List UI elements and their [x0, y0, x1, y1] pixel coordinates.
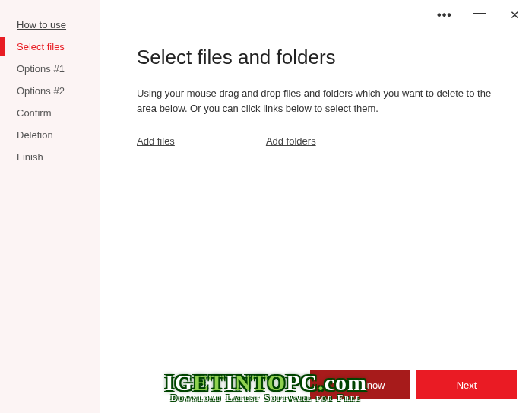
footer-buttons: Delete now Next [310, 370, 517, 399]
more-icon: ••• [437, 8, 452, 22]
add-folders-link[interactable]: Add folders [266, 135, 316, 147]
action-links-row: Add files Add folders [137, 135, 502, 147]
sidebar-item-options-1[interactable]: Options #1 [0, 58, 100, 80]
sidebar-item-select-files[interactable]: Select files [0, 36, 100, 58]
sidebar-item-deletion[interactable]: Deletion [0, 124, 100, 146]
sidebar-item-how-to-use[interactable]: How to use [0, 14, 100, 36]
more-button[interactable]: ••• [427, 3, 462, 27]
minimize-icon: — [473, 5, 486, 21]
instructions-text: Using your mouse drag and drop files and… [137, 86, 502, 116]
page-title: Select files and folders [137, 46, 502, 69]
delete-now-button[interactable]: Delete now [310, 370, 410, 399]
content-area: Select files and folders Using your mous… [100, 30, 532, 147]
sidebar: How to use Select files Options #1 Optio… [0, 0, 100, 413]
titlebar: ••• — ✕ [100, 0, 532, 30]
sidebar-item-options-2[interactable]: Options #2 [0, 80, 100, 102]
sidebar-item-confirm[interactable]: Confirm [0, 102, 100, 124]
close-button[interactable]: ✕ [497, 3, 532, 27]
sidebar-item-finish[interactable]: Finish [0, 146, 100, 168]
minimize-button[interactable]: — [462, 3, 497, 27]
close-icon: ✕ [510, 8, 520, 22]
add-files-link[interactable]: Add files [137, 135, 175, 147]
main-panel: ••• — ✕ Select files and folders Using y… [100, 0, 532, 413]
next-button[interactable]: Next [416, 370, 517, 399]
